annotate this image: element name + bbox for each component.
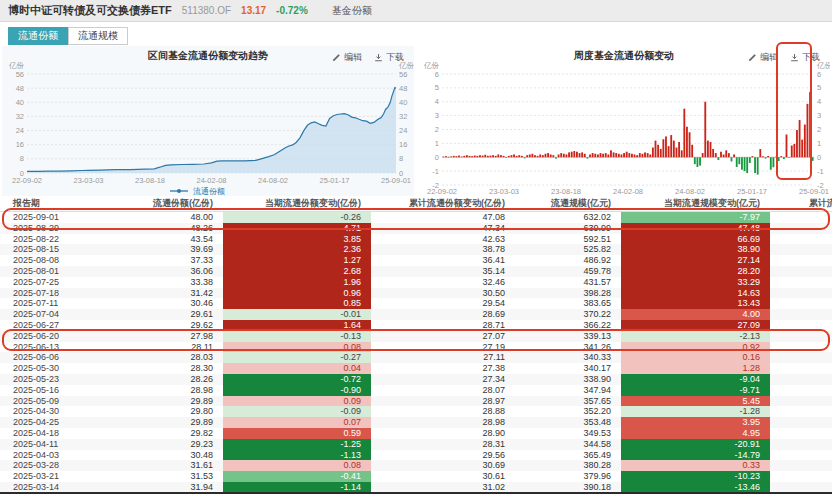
value-cell: 2.68 xyxy=(223,266,371,277)
value-cell: 14.63 xyxy=(621,288,770,299)
value-cell: -0.41 xyxy=(223,471,371,482)
value-cell: 4.95 xyxy=(621,428,770,439)
table-row[interactable]: 2025-04-2529.890.0728.98353.483.95342.89 xyxy=(0,417,832,428)
fund-title: 博时中证可转债及可交换债券ETF xyxy=(8,3,172,18)
fund-code: 511380.OF xyxy=(182,5,231,16)
table-row[interactable]: 2025-09-0148.00-0.2647.08632.02-7.97621.… xyxy=(0,212,832,223)
table-row[interactable]: 2025-08-0136.062.6835.14459.7828.20449.1… xyxy=(0,266,832,277)
value-cell: 365.49 xyxy=(515,450,621,461)
table-row[interactable]: 2025-08-1539.692.3638.78525.8238.90515.2… xyxy=(0,244,832,255)
svg-text:25-09-01: 25-09-01 xyxy=(381,176,411,185)
table-row[interactable]: 2025-03-2831.610.0830.69380.280.33369.69 xyxy=(0,460,832,471)
report-date-cell: 2025-07-04 xyxy=(0,309,113,320)
table-row[interactable]: 2025-04-1129.23-1.2528.31344.58-20.91333… xyxy=(0,439,832,450)
report-date-cell: 2025-05-09 xyxy=(0,396,113,407)
value-cell: 347.06 xyxy=(770,396,832,407)
table-row[interactable]: 2025-08-2243.543.8542.63592.5166.69581.9… xyxy=(0,234,832,245)
table-row[interactable]: 2025-07-2533.381.9632.46431.5733.29420.9… xyxy=(0,277,832,288)
table-row[interactable]: 2025-07-1130.460.8529.54383.6513.43373.0… xyxy=(0,298,832,309)
table-row[interactable]: 2025-07-0429.61-0.0128.69370.224.00359.6… xyxy=(0,309,832,320)
value-cell: 28.88 xyxy=(371,406,515,417)
value-cell: 28.71 xyxy=(371,320,515,331)
value-cell: 387.69 xyxy=(770,288,832,299)
value-cell: -1.25 xyxy=(223,439,371,450)
table-row[interactable]: 2025-05-0929.890.0928.97357.655.45347.06 xyxy=(0,396,832,407)
table-row[interactable]: 2025-05-3028.300.0427.38340.171.28329.59 xyxy=(0,363,832,374)
svg-text:1: 1 xyxy=(817,139,821,148)
pencil-icon xyxy=(332,53,341,62)
value-cell: -0.90 xyxy=(223,385,371,396)
svg-text:1: 1 xyxy=(435,139,439,148)
svg-text:56: 56 xyxy=(16,70,24,79)
trend-download-button[interactable]: 下载 xyxy=(374,51,404,64)
tab-circulating-scale[interactable]: 流通规模 xyxy=(68,27,128,45)
column-header: 累计流通规模变动(亿元) xyxy=(770,196,832,212)
value-cell: 28.07 xyxy=(371,385,515,396)
report-date-cell: 2025-06-27 xyxy=(0,320,113,331)
value-cell: 28.90 xyxy=(371,428,515,439)
column-header: 累计流通份额变动(亿份) xyxy=(371,196,515,212)
value-cell: 39.69 xyxy=(113,244,223,255)
value-cell: 352.20 xyxy=(515,406,621,417)
value-cell: -7.97 xyxy=(621,212,770,223)
svg-text:16: 16 xyxy=(399,140,407,149)
value-cell: 36.41 xyxy=(371,255,515,266)
table-row[interactable]: 2025-08-2948.264.7147.34639.9947.48629.4… xyxy=(0,223,832,234)
value-cell: 35.14 xyxy=(371,266,515,277)
value-cell: 29.54 xyxy=(371,298,515,309)
weekly-edit-button[interactable]: 编辑 xyxy=(748,51,778,64)
value-cell: 37.33 xyxy=(113,255,223,266)
weekly-download-button[interactable]: 下载 xyxy=(790,51,820,64)
svg-text:24-08-02: 24-08-02 xyxy=(675,187,705,196)
value-cell: 337.35 xyxy=(770,385,832,396)
table-row[interactable]: 2025-06-2729.621.6428.71366.2227.09355.6… xyxy=(0,320,832,331)
table-row[interactable]: 2025-05-2328.26-0.7227.34338.90-9.04328.… xyxy=(0,374,832,385)
svg-text:5: 5 xyxy=(817,83,821,92)
trend-chart-panel: 编辑 下载 区间基金流通份额变动趋势亿份亿份008816162424323240… xyxy=(2,46,414,196)
svg-text:-1: -1 xyxy=(817,167,824,176)
value-cell: 330.67 xyxy=(770,342,832,353)
value-cell: 0.08 xyxy=(223,342,371,353)
tab-circulating-share[interactable]: 流通份额 xyxy=(8,27,68,45)
fund-header-bar: 博时中证可转债及可交换债券ETF 511380.OF 13.17 -0.72% … xyxy=(0,0,832,22)
value-cell: 28.03 xyxy=(113,352,223,363)
table-row[interactable]: 2025-07-1831.420.9630.50398.2814.63387.6… xyxy=(0,288,832,299)
svg-text:6: 6 xyxy=(817,70,821,79)
svg-text:23-03-03: 23-03-03 xyxy=(73,176,103,185)
report-date-cell: 2025-04-03 xyxy=(0,450,113,461)
value-cell: 31.42 xyxy=(113,288,223,299)
svg-text:24: 24 xyxy=(16,126,24,135)
value-cell: 42.63 xyxy=(371,234,515,245)
table-row[interactable]: 2025-04-1829.820.5928.90349.534.95338.94 xyxy=(0,428,832,439)
table-row[interactable]: 2025-04-0330.48-1.1329.56365.49-14.79354… xyxy=(0,450,832,461)
trend-edit-button[interactable]: 编辑 xyxy=(332,51,362,64)
weekly-download-label: 下载 xyxy=(802,51,820,64)
table-row[interactable]: 2025-04-3029.80-0.0928.88352.20-1.28341.… xyxy=(0,406,832,417)
svg-text:23-08-18: 23-08-18 xyxy=(135,176,165,185)
value-cell: 0.85 xyxy=(223,298,371,309)
value-cell: 27.98 xyxy=(113,331,223,342)
value-cell: 1.27 xyxy=(223,255,371,266)
table-row[interactable]: 2025-03-2131.53-0.4130.61379.96-10.23369… xyxy=(0,471,832,482)
table-row[interactable]: 2025-06-2027.98-0.1327.07339.13-2.13328.… xyxy=(0,331,832,342)
value-cell: 0.92 xyxy=(621,342,770,353)
fund-nav-value: 13.17 xyxy=(241,5,266,16)
value-cell: 632.02 xyxy=(515,212,621,223)
svg-text:32: 32 xyxy=(16,112,24,121)
table-row[interactable]: 2025-06-1328.110.0827.19341.260.92330.67 xyxy=(0,342,832,353)
table-row[interactable]: 2025-08-0837.331.2736.41486.9227.14476.3… xyxy=(0,255,832,266)
value-cell: 0.09 xyxy=(223,396,371,407)
table-row[interactable]: 2025-06-0628.03-0.2727.11340.330.16329.7… xyxy=(0,352,832,363)
report-date-cell: 2025-03-28 xyxy=(0,460,113,471)
report-date-cell: 2025-04-11 xyxy=(0,439,113,450)
value-cell: 3.95 xyxy=(621,417,770,428)
report-date-cell: 2025-03-21 xyxy=(0,471,113,482)
value-cell: -9.71 xyxy=(621,385,770,396)
table-bottom-divider xyxy=(0,492,832,494)
svg-text:0: 0 xyxy=(817,153,821,162)
svg-text:25-01-17: 25-01-17 xyxy=(319,176,349,185)
value-cell: 344.58 xyxy=(515,439,621,450)
value-cell: 459.78 xyxy=(515,266,621,277)
table-row[interactable]: 2025-05-1628.98-0.9028.07347.94-9.71337.… xyxy=(0,385,832,396)
value-cell: -14.79 xyxy=(621,450,770,461)
